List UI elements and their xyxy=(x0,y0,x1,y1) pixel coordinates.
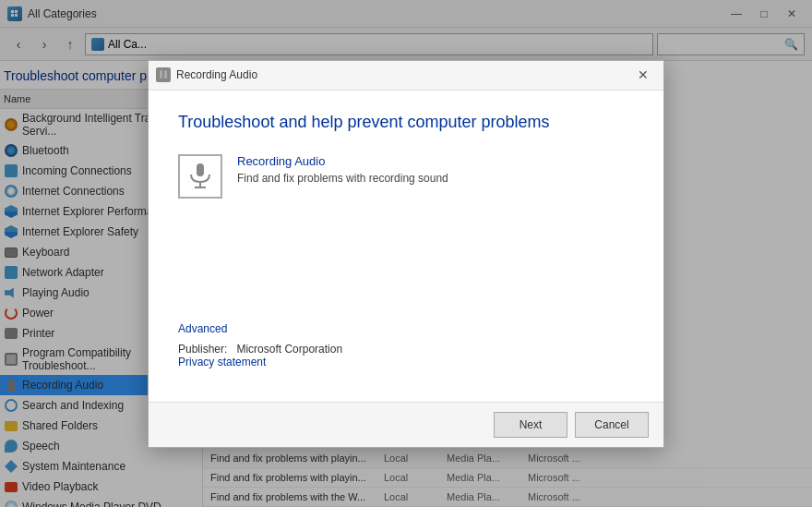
next-button[interactable]: Next xyxy=(494,412,567,438)
modal-close-button[interactable]: ✕ xyxy=(630,65,656,85)
modal-body: Troubleshoot and help prevent computer p… xyxy=(149,91,663,402)
cancel-button[interactable]: Cancel xyxy=(575,412,649,438)
modal-item-row: Recording Audio Find and fix problems wi… xyxy=(178,154,634,199)
modal-title-icon xyxy=(156,67,171,82)
modal-heading: Troubleshoot and help prevent computer p… xyxy=(178,113,634,132)
modal-dialog: Recording Audio ✕ Troubleshoot and help … xyxy=(148,60,664,448)
svg-point-7 xyxy=(164,70,167,74)
modal-title-text: Recording Audio xyxy=(176,68,630,81)
modal-item-title: Recording Audio xyxy=(237,154,448,168)
modal-buttons: Next Cancel xyxy=(149,402,663,447)
svg-point-5 xyxy=(160,70,162,74)
publisher-label: Publisher: Microsoft Corporation xyxy=(178,343,342,356)
modal-item-icon xyxy=(178,154,222,199)
modal-item-description: Find and fix problems with recording sou… xyxy=(237,172,448,185)
modal-item-text: Recording Audio Find and fix problems wi… xyxy=(237,154,448,185)
modal-overlay: Recording Audio ✕ Troubleshoot and help … xyxy=(0,0,812,507)
modal-title-bar: Recording Audio ✕ xyxy=(149,61,663,91)
privacy-link[interactable]: Privacy statement xyxy=(178,356,634,368)
modal-footer-links: Advanced Publisher: Microsoft Corporatio… xyxy=(178,322,634,372)
advanced-link[interactable]: Advanced xyxy=(178,322,634,335)
svg-rect-8 xyxy=(197,163,204,176)
